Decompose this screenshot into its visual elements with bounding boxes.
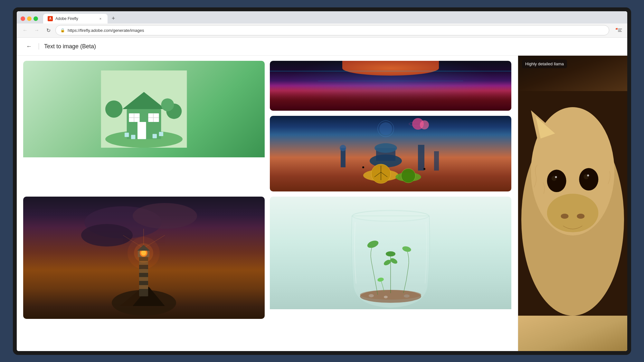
svg-rect-22: [159, 132, 163, 136]
svg-rect-3: [618, 30, 621, 31]
svg-point-18: [161, 98, 174, 111]
svg-point-26: [420, 120, 429, 129]
svg-point-89: [587, 174, 589, 176]
gallery-sidebar: Highly detailed llama: [518, 56, 627, 351]
active-tab[interactable]: A Adobe Firefly ×: [43, 14, 108, 23]
browser-chrome: A Adobe Firefly × + ← →: [17, 11, 627, 38]
svg-point-43: [423, 168, 425, 170]
house-image: [23, 61, 265, 157]
svg-point-45: [133, 203, 197, 229]
svg-point-85: [579, 168, 598, 190]
svg-rect-34: [434, 151, 439, 171]
svg-point-73: [386, 251, 395, 256]
url-text: https://firefly.adobe.com/generate/image…: [68, 28, 144, 33]
svg-rect-33: [418, 145, 424, 171]
gallery-container: Highly detailed llama: [17, 56, 627, 351]
svg-point-24: [379, 122, 392, 135]
forward-navigation-button[interactable]: →: [32, 26, 41, 35]
tab-title: Adobe Firefly: [55, 16, 95, 21]
close-window-button[interactable]: [21, 16, 25, 21]
svg-point-82: [561, 213, 569, 218]
traffic-lights: [21, 16, 38, 21]
svg-point-42: [362, 166, 364, 168]
image-card-terrarium[interactable]: [270, 197, 511, 319]
svg-point-70: [384, 296, 388, 298]
svg-point-87: [555, 176, 557, 178]
svg-rect-2: [618, 29, 622, 29]
image-card-lighthouse[interactable]: [23, 197, 265, 319]
image-card-scifi[interactable]: [270, 116, 511, 191]
llama-image[interactable]: Highly detailed llama: [518, 56, 627, 351]
svg-point-16: [105, 100, 122, 117]
tab-favicon: A: [48, 16, 53, 21]
page-header: ← Text to image (Beta): [17, 38, 627, 56]
svg-point-81: [547, 194, 599, 232]
svg-rect-19: [125, 133, 129, 137]
tab-close-button[interactable]: ×: [98, 16, 103, 21]
laptop-shell: A Adobe Firefly × + ← →: [13, 7, 631, 355]
page-content: ← Text to image (Beta): [17, 38, 627, 351]
svg-rect-20: [131, 135, 135, 139]
sidebar-image-label: Highly detailed llama: [522, 60, 567, 68]
extensions-button[interactable]: [614, 26, 623, 35]
svg-point-69: [369, 294, 374, 297]
svg-point-83: [577, 213, 584, 218]
svg-rect-54: [139, 277, 148, 281]
svg-point-71: [404, 294, 410, 298]
fullscreen-window-button[interactable]: [33, 16, 38, 21]
svg-rect-53: [139, 269, 148, 273]
browser-window: A Adobe Firefly × + ← →: [17, 11, 627, 351]
svg-rect-1: [616, 28, 618, 29]
page-title: Text to image (Beta): [44, 43, 96, 50]
address-bar-row: ← → ↻ 🔒 https://firefly.adobe.com/genera…: [17, 23, 627, 38]
svg-point-41: [401, 169, 415, 183]
svg-rect-4: [618, 31, 622, 32]
new-tab-button[interactable]: +: [109, 14, 118, 23]
svg-point-63: [128, 237, 160, 269]
image-card-house[interactable]: [23, 61, 265, 191]
refresh-button[interactable]: ↻: [44, 26, 53, 35]
lock-icon: 🔒: [60, 28, 65, 32]
svg-rect-9: [137, 122, 146, 139]
back-navigation-button[interactable]: ←: [21, 26, 30, 35]
svg-rect-21: [153, 134, 157, 138]
tab-bar: A Adobe Firefly × +: [17, 11, 627, 23]
address-bar[interactable]: 🔒 https://firefly.adobe.com/generate/ima…: [55, 25, 609, 35]
minimize-window-button[interactable]: [27, 16, 32, 21]
image-card-cyberpunk[interactable]: [270, 61, 511, 111]
header-divider: [39, 43, 39, 50]
page-back-button[interactable]: ←: [24, 42, 33, 51]
svg-point-46: [81, 224, 133, 246]
gallery-main: [17, 56, 518, 351]
svg-point-29: [340, 145, 346, 151]
browser-extras: [614, 26, 623, 35]
svg-point-32: [374, 143, 397, 153]
svg-point-84: [547, 170, 566, 192]
svg-rect-55: [139, 285, 148, 289]
